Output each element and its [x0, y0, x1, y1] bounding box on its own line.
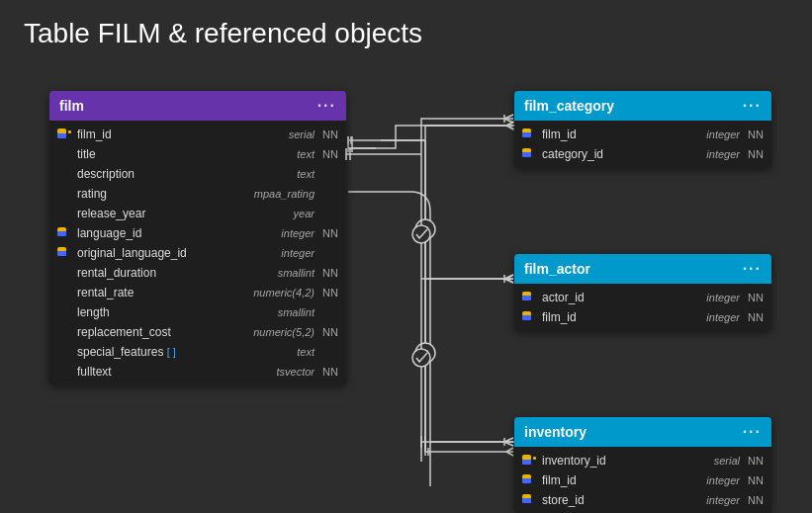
- svg-line-57: [504, 119, 513, 123]
- col-nn: NN: [744, 311, 764, 323]
- svg-rect-48: [522, 478, 531, 483]
- col-name: description: [77, 167, 235, 181]
- col-name: film_id: [542, 310, 661, 324]
- svg-point-20: [415, 343, 435, 363]
- film-table-header[interactable]: film ···: [49, 91, 346, 121]
- svg-rect-50: [522, 498, 531, 503]
- table-row: original_language_id integer: [49, 243, 346, 263]
- table-row: film_id integer NN: [514, 307, 771, 327]
- col-type: integer: [235, 247, 315, 259]
- col-nn: NN: [318, 366, 338, 378]
- col-nn: NN: [318, 267, 338, 279]
- col-type: serial: [661, 455, 740, 467]
- film-category-table: film_category ··· film_id integer NN: [514, 91, 771, 168]
- film-actor-table-menu[interactable]: ···: [743, 260, 762, 278]
- pk-icon: [522, 455, 538, 467]
- svg-text:✓: ✓: [420, 223, 430, 237]
- col-name: language_id: [77, 226, 235, 240]
- svg-line-56: [504, 115, 513, 119]
- col-type: integer: [235, 227, 315, 239]
- film-table-name: film: [59, 98, 84, 114]
- col-name: actor_id: [542, 291, 661, 304]
- svg-rect-39: [522, 152, 531, 157]
- col-name: film_id: [77, 128, 235, 141]
- svg-text:✓: ✓: [420, 347, 430, 361]
- svg-point-63: [412, 349, 430, 367]
- col-nn: NN: [744, 455, 764, 467]
- fk-icon: [57, 247, 73, 259]
- page-title: Table FILM & referenced objects: [0, 0, 812, 61]
- pk-icon: [57, 128, 73, 140]
- svg-line-14: [506, 126, 513, 129]
- col-type: tsvector: [235, 366, 315, 378]
- film-actor-table-body: actor_id integer NN film_id integer NN: [514, 284, 771, 331]
- svg-rect-41: [522, 296, 531, 300]
- svg-line-23: [506, 279, 513, 283]
- svg-rect-33: [60, 228, 63, 231]
- col-type: integer: [661, 311, 740, 323]
- film-category-table-name: film_category: [524, 98, 614, 114]
- table-row: replacement_cost numeric(5,2) NN: [49, 322, 346, 342]
- fk-icon: [522, 494, 538, 506]
- table-row: rental_duration smallint NN: [49, 263, 346, 283]
- svg-line-61: [504, 279, 513, 283]
- table-row: fulltext tsvector NN: [49, 362, 346, 382]
- col-name: store_id: [542, 493, 661, 507]
- no-icon: [57, 188, 73, 200]
- table-row: film_id serial NN: [49, 125, 346, 144]
- col-name: category_id: [542, 147, 661, 161]
- table-row: rating mpaa_rating: [49, 184, 346, 204]
- svg-rect-29: [57, 133, 66, 138]
- no-icon: [57, 287, 73, 299]
- col-nn: NN: [318, 148, 338, 160]
- table-row: special_features [ ] text: [49, 342, 346, 362]
- film-category-table-menu[interactable]: ···: [743, 97, 762, 115]
- svg-point-18: [415, 219, 435, 239]
- table-row: store_id integer NN: [514, 490, 771, 510]
- table-row: actor_id integer NN: [514, 288, 771, 307]
- diagram-area: ✓ ✓ film ···: [0, 61, 812, 505]
- col-type: text: [235, 346, 315, 358]
- inventory-table-body: inventory_id serial NN film_id integer N…: [514, 447, 771, 513]
- svg-line-22: [506, 275, 513, 279]
- col-name: film_id: [542, 128, 661, 141]
- table-row: rental_rate numeric(4,2) NN: [49, 283, 346, 302]
- table-row: category_id integer NN: [514, 144, 771, 164]
- svg-rect-32: [57, 231, 66, 236]
- col-type: numeric(5,2): [235, 326, 315, 338]
- svg-rect-35: [57, 251, 66, 256]
- film-table-menu[interactable]: ···: [317, 97, 336, 115]
- svg-line-13: [506, 122, 513, 126]
- col-nn: NN: [744, 148, 764, 160]
- col-type: smallint: [235, 306, 315, 318]
- col-nn: NN: [318, 128, 338, 140]
- fk-icon: [522, 128, 538, 140]
- col-type: integer: [661, 148, 740, 160]
- col-type: integer: [661, 128, 740, 140]
- col-type: mpaa_rating: [235, 188, 315, 200]
- no-icon: [57, 168, 73, 180]
- inventory-table-header[interactable]: inventory ···: [514, 417, 771, 447]
- svg-rect-37: [522, 132, 531, 137]
- inventory-table-menu[interactable]: ···: [743, 423, 762, 441]
- film-actor-table-name: film_actor: [524, 261, 590, 277]
- col-type: serial: [235, 128, 315, 140]
- film-category-table-header[interactable]: film_category ···: [514, 91, 771, 121]
- table-row: length smallint: [49, 302, 346, 322]
- film-actor-table: film_actor ··· actor_id integer NN: [514, 254, 771, 331]
- col-name: original_language_id: [77, 246, 235, 260]
- col-nn: NN: [744, 128, 764, 140]
- film-actor-table-header[interactable]: film_actor ···: [514, 254, 771, 284]
- col-type: integer: [661, 494, 740, 506]
- svg-rect-30: [68, 130, 71, 133]
- col-type: integer: [661, 292, 740, 303]
- col-name: special_features [ ]: [77, 345, 235, 359]
- col-type: text: [235, 168, 315, 180]
- table-row: film_id integer NN: [514, 125, 771, 144]
- col-nn: NN: [318, 287, 338, 299]
- no-icon: [57, 148, 73, 160]
- col-type: text: [235, 148, 315, 160]
- col-nn: NN: [744, 494, 764, 506]
- svg-line-25: [506, 452, 513, 456]
- svg-rect-43: [522, 315, 531, 320]
